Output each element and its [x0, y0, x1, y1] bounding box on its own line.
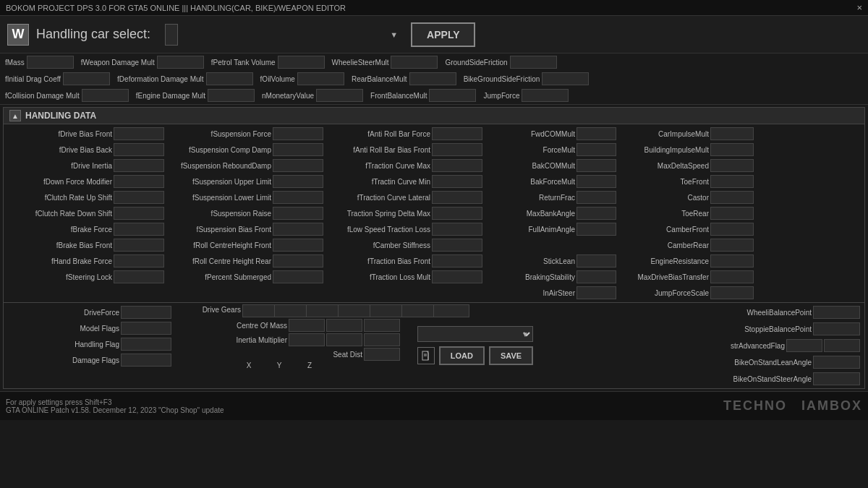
roll-front-input[interactable] — [273, 239, 323, 252]
low-speed-input[interactable] — [432, 223, 482, 236]
drive-bias-front-input[interactable] — [114, 127, 164, 140]
inairsteer-input[interactable] — [576, 286, 616, 299]
petrol-label: fPetrol Tank Volume — [211, 59, 276, 67]
traction-bias-input[interactable] — [432, 254, 482, 267]
inertia-z-input[interactable] — [364, 333, 400, 346]
seat-dist-input[interactable] — [364, 348, 400, 361]
brake-force-input[interactable] — [114, 223, 164, 236]
handbrake-input[interactable] — [114, 254, 164, 267]
gear-2-input[interactable] — [306, 304, 342, 317]
traction-min-input[interactable] — [432, 175, 482, 188]
field-carimpulse: CarImpulseMult — [618, 126, 755, 142]
jumpforce-input[interactable] — [522, 89, 569, 102]
deform-input[interactable] — [206, 72, 253, 85]
braking-stability-input[interactable] — [576, 270, 616, 283]
drag-input[interactable] — [63, 72, 110, 85]
castor-input[interactable] — [710, 191, 754, 204]
carimpulse-input[interactable] — [710, 127, 754, 140]
car-select-dropdown[interactable] — [165, 24, 178, 46]
susp-lower-input[interactable] — [273, 191, 323, 204]
steering-lock-input[interactable] — [114, 270, 164, 283]
drive-inertia-input[interactable] — [114, 159, 164, 172]
close-button[interactable]: × — [856, 2, 862, 13]
damageflags-input[interactable] — [121, 354, 171, 367]
apply-button[interactable]: APPLY — [411, 22, 475, 47]
engineresistance-input[interactable] — [710, 254, 754, 267]
engine-input[interactable] — [208, 89, 255, 102]
center-dropdown[interactable] — [417, 326, 533, 342]
camberfront-input[interactable] — [710, 223, 754, 236]
camber-stiff-input[interactable] — [432, 239, 482, 252]
handling-title: HANDLING DATA — [25, 111, 96, 121]
buildingimpulse-input[interactable] — [710, 143, 754, 156]
traction-lateral-input[interactable] — [432, 191, 482, 204]
inertia-y-input[interactable] — [326, 333, 362, 346]
gear-3-input[interactable] — [338, 304, 374, 317]
toefront-input[interactable] — [710, 175, 754, 188]
sticklean-input[interactable] — [576, 254, 616, 267]
clutch-down-input[interactable] — [114, 207, 164, 220]
traction-max-input[interactable] — [432, 159, 482, 172]
str-advanced-input2[interactable] — [824, 339, 860, 352]
camberrear-input[interactable] — [710, 239, 754, 252]
wheelie-balance-input[interactable] — [813, 306, 860, 319]
fwdcom-input[interactable] — [576, 127, 616, 140]
returnfrac-input[interactable] — [576, 191, 616, 204]
rear-balance-input[interactable] — [409, 72, 456, 85]
susp-rebound-input[interactable] — [273, 159, 323, 172]
driveforce-input[interactable] — [121, 306, 171, 319]
jumpforcescale-input[interactable] — [710, 286, 754, 299]
downforce-input[interactable] — [114, 175, 164, 188]
anti-roll-bias-input[interactable] — [432, 143, 482, 156]
maxdrivetransfer-input[interactable] — [710, 270, 754, 283]
load-button[interactable]: LOAD — [439, 346, 485, 365]
anti-roll-force-input[interactable] — [432, 127, 482, 140]
save-button[interactable]: SAVE — [489, 346, 533, 365]
maxdelta-input[interactable] — [710, 159, 754, 172]
clutch-up-input[interactable] — [114, 191, 164, 204]
susp-force-input[interactable] — [273, 127, 323, 140]
gear-0-input[interactable] — [242, 304, 278, 317]
bakforce-input[interactable] — [576, 175, 616, 188]
com-z-input[interactable] — [364, 319, 400, 332]
modelflags-input[interactable] — [121, 322, 171, 335]
drive-bias-back-input[interactable] — [114, 143, 164, 156]
toerear-input[interactable] — [710, 207, 754, 220]
petrol-input[interactable] — [278, 56, 325, 69]
gear-4-input[interactable] — [370, 304, 406, 317]
bike-ground-input[interactable] — [542, 72, 589, 85]
file-icon[interactable] — [417, 347, 435, 364]
fmass-input[interactable] — [27, 56, 74, 69]
traction-min-label: fTractin Curve Min — [326, 178, 430, 186]
bike-stand-steer-input[interactable] — [813, 372, 860, 385]
traction-loss-input[interactable] — [432, 270, 482, 283]
com-x-input[interactable] — [289, 319, 325, 332]
susp-upper-input[interactable] — [273, 175, 323, 188]
brake-bias-input[interactable] — [114, 239, 164, 252]
weapon-damage-input[interactable] — [157, 56, 204, 69]
susp-raise-input[interactable] — [273, 207, 323, 220]
monetary-input[interactable] — [316, 89, 363, 102]
percent-sub-input[interactable] — [273, 270, 323, 283]
str-advanced-input1[interactable] — [786, 339, 822, 352]
bike-stand-lean-input[interactable] — [813, 356, 860, 369]
bakcom-input[interactable] — [576, 159, 616, 172]
collision-input[interactable] — [82, 89, 129, 102]
front-balance-input[interactable] — [429, 89, 476, 102]
roll-rear-input[interactable] — [273, 254, 323, 267]
handlingflag-input[interactable] — [121, 338, 171, 351]
wheelie-input[interactable] — [391, 56, 438, 69]
susp-comp-input[interactable] — [273, 143, 323, 156]
collapse-button[interactable]: ▲ — [9, 110, 21, 121]
traction-spring-input[interactable] — [432, 207, 482, 220]
oil-input[interactable] — [297, 72, 344, 85]
com-y-input[interactable] — [326, 319, 362, 332]
maxbank-input[interactable] — [576, 207, 616, 220]
stoppie-balance-input[interactable] — [813, 322, 860, 335]
fullanim-input[interactable] — [576, 223, 616, 236]
inertia-x-input[interactable] — [289, 333, 325, 346]
gear-1-input[interactable] — [274, 304, 310, 317]
forcemult-input[interactable] — [576, 143, 616, 156]
susp-bias-input[interactable] — [273, 223, 323, 236]
groundside-input[interactable] — [510, 56, 557, 69]
